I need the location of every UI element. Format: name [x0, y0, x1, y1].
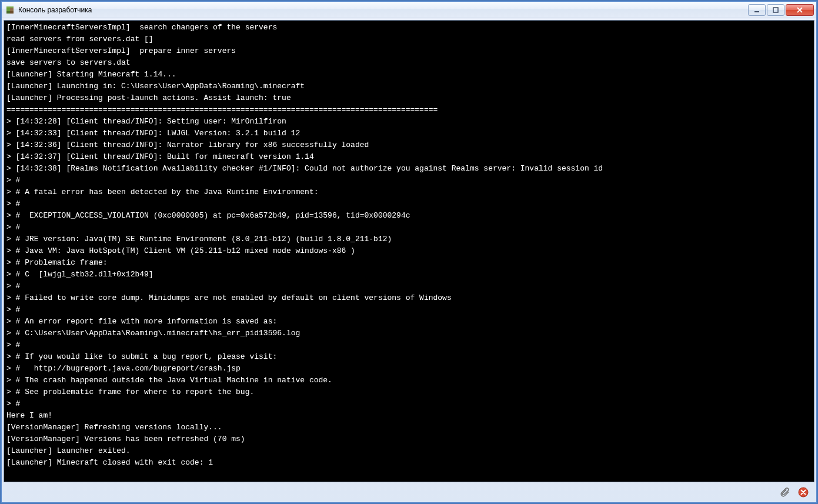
console-window: Консоль разработчика [InnerMinecraftServ… — [1, 1, 817, 503]
svg-rect-3 — [10, 11, 14, 14]
close-button[interactable] — [786, 4, 814, 16]
app-icon — [5, 5, 15, 15]
svg-rect-5 — [754, 11, 759, 12]
window-title: Консоль разработчика — [18, 6, 92, 14]
window-controls — [748, 4, 814, 16]
paperclip-icon[interactable] — [779, 487, 790, 498]
close-circle-icon[interactable] — [798, 487, 809, 498]
svg-rect-4 — [6, 6, 14, 8]
console-output[interactable]: [InnerMinecraftServersImpl] search chang… — [4, 20, 814, 482]
minimize-button[interactable] — [748, 4, 766, 16]
svg-rect-2 — [6, 11, 10, 14]
maximize-button[interactable] — [767, 4, 784, 16]
svg-rect-6 — [773, 8, 778, 12]
titlebar[interactable]: Консоль разработчика — [2, 2, 816, 18]
svg-rect-1 — [10, 8, 14, 11]
svg-rect-0 — [6, 8, 10, 11]
statusbar — [4, 484, 814, 500]
